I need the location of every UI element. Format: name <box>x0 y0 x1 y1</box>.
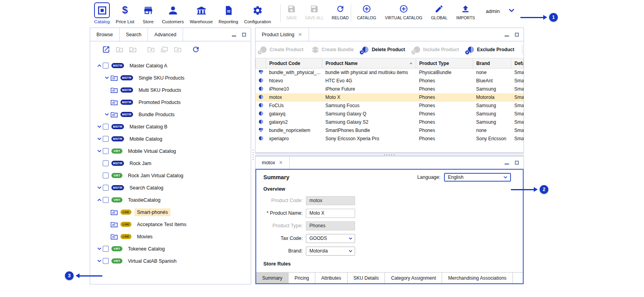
bottom-tab-pricing[interactable]: Pricing <box>289 273 315 283</box>
checkbox[interactable] <box>103 246 109 252</box>
checkbox[interactable] <box>103 63 109 69</box>
column-header-product-type[interactable]: Product Type <box>416 58 473 69</box>
nav-item-store[interactable]: Store <box>138 2 158 24</box>
checkbox[interactable] <box>103 148 109 154</box>
bottom-tab-sku-details[interactable]: SKU Details <box>348 273 385 283</box>
refresh-button[interactable] <box>192 45 200 55</box>
restore-icon[interactable] <box>242 33 246 37</box>
tree-item-mobile-virtual-catalog[interactable]: VRTMobile Virtual Catalog <box>90 145 251 157</box>
tree-item-single-sku-products[interactable]: MSTRSingle SKU Products <box>90 72 251 84</box>
nav-item-reporting[interactable]: Reporting <box>217 2 240 24</box>
column-header-defa[interactable]: Defa <box>511 58 524 69</box>
tree-item-multi-sku-products[interactable]: MSTRMulti SKU Products <box>90 84 251 96</box>
table-row-bundle-nopriceitem[interactable]: bundle_nopriceitemSmartPhones BundlePhon… <box>256 126 524 135</box>
horizontal-splitter[interactable] <box>255 153 524 156</box>
close-icon[interactable] <box>298 32 302 37</box>
nav-item-warehouse[interactable]: Warehouse <box>188 2 215 24</box>
table-row-galaxys2[interactable]: galaxys2Samsung Galaxy S2PhonesSamsungSm… <box>256 118 524 126</box>
tree-item-mobile-catalog[interactable]: MSTRMobile Catalog <box>90 133 251 145</box>
delete-product-button[interactable]: ×Delete Product <box>361 46 405 54</box>
cell-product-type: PhysicalBundle <box>416 69 473 77</box>
user-menu[interactable]: admin <box>486 6 516 16</box>
tree-item-rock-jam[interactable]: MSTRRock Jam <box>90 157 251 169</box>
column-header-product-code[interactable]: Product Code <box>266 58 322 69</box>
tree-item-smart-phon-s[interactable]: LNKSmart-phonés <box>90 206 251 218</box>
checkbox[interactable] <box>103 160 109 166</box>
mode-catalog-button[interactable]: CATALOG <box>355 2 378 20</box>
table-row-htcevo[interactable]: htcevoHTC Evo 4GPhonesBlueAntSmar <box>256 77 524 85</box>
chevron-down-icon[interactable] <box>96 185 103 191</box>
tab-browse[interactable]: Browse <box>90 28 120 41</box>
minimize-icon[interactable] <box>505 35 509 37</box>
table-row-iphone10[interactable]: iPhone10iPhone FuturePhonesSamsungSmar <box>256 85 524 93</box>
table-row-xperiapro[interactable]: xperiaproSony Ericsson Xperia ProPhonesS… <box>256 135 524 143</box>
chevron-down-icon[interactable] <box>96 246 103 252</box>
field-label: Product Type: <box>256 223 303 228</box>
chevron-down-icon[interactable] <box>96 136 103 142</box>
language-select[interactable]: English <box>444 173 511 182</box>
tab-search[interactable]: Search <box>120 28 148 41</box>
tab-motox[interactable]: motox <box>255 156 290 169</box>
vertical-splitter[interactable] <box>251 28 255 284</box>
bottom-tab-summary[interactable]: Summary <box>256 273 289 283</box>
mode-global-button[interactable]: GLOBAL <box>429 2 450 20</box>
tab-advanced[interactable]: Advanced <box>148 28 183 41</box>
chevron-down-icon[interactable] <box>103 111 110 117</box>
action-reload-button[interactable]: RELOAD <box>330 2 351 20</box>
circle-plus-icon <box>362 4 371 13</box>
checkbox[interactable] <box>103 124 109 130</box>
restore-icon[interactable] <box>515 33 519 37</box>
tree-item-rock-jam-virtual-catalog[interactable]: VRTRock Jam Virtual Catalog <box>90 169 251 182</box>
sphere-icon <box>258 94 264 100</box>
chevron-down-icon[interactable] <box>96 148 103 154</box>
bottom-tab-category-assignment[interactable]: Category Assignment <box>385 273 442 283</box>
column-header-product-name[interactable]: Product Name <box>322 58 416 69</box>
nav-item-configuration[interactable]: Configuration <box>242 2 273 24</box>
tree-item-toastiecatalog[interactable]: VRTToastieCatalog <box>90 194 251 206</box>
nav-item-customers[interactable]: Customers <box>160 2 186 24</box>
mode-virtual-catalog-button[interactable]: VIRTUAL CATALOG <box>383 2 424 20</box>
mode-imports-button[interactable]: IMPORTS <box>454 2 477 20</box>
exclude-product-button[interactable]: ×Exclude Product <box>467 46 514 54</box>
nav-item-catalog[interactable]: Catalog <box>92 2 112 24</box>
bottom-tab-merchandising-associations[interactable]: Merchandising Associations <box>442 273 513 283</box>
tree-item-master-catalog-b[interactable]: MSTRMaster Catalog B <box>90 121 251 133</box>
table-row-focus[interactable]: FoCUsSamsung FocusPhonesSamsungSmar <box>256 102 524 110</box>
bottom-tab-attributes[interactable]: Attributes <box>315 273 348 283</box>
table-row-bundle-with-physical[interactable]: bundle_with_physical_...bundle with phys… <box>256 69 524 77</box>
field-select-tax-code[interactable]: GOODS <box>306 234 355 243</box>
chevron-up-icon[interactable] <box>96 197 103 203</box>
nav-item-price-list[interactable]: $Price List <box>114 2 136 24</box>
close-icon[interactable] <box>279 160 283 165</box>
tree-item-movies[interactable]: LNKMovies <box>90 230 251 243</box>
field-input-product-name[interactable]: Moto X <box>306 209 355 218</box>
tree-item-promoted-products[interactable]: MSTRPromoted Products <box>90 96 251 108</box>
toolbar-separator <box>351 4 351 22</box>
checkbox[interactable] <box>103 173 109 178</box>
restore-icon[interactable] <box>515 161 519 165</box>
checkbox[interactable] <box>103 185 109 191</box>
tree-item-master-catalog-a[interactable]: MSTRMaster Catalog A <box>90 59 251 72</box>
chevron-down-icon[interactable] <box>103 75 110 81</box>
minimize-icon[interactable] <box>232 35 236 37</box>
tree-folder-icon <box>110 233 118 241</box>
chevron-up-icon[interactable] <box>96 63 103 69</box>
field-select-brand[interactable]: Motorola <box>306 247 355 256</box>
tree-item-tokenee-catalog[interactable]: VRTTokenee Catalog <box>90 243 251 255</box>
tab-product-listing[interactable]: Product Listing <box>255 28 309 41</box>
chevron-down-icon[interactable] <box>507 6 516 15</box>
checkbox[interactable] <box>103 258 109 264</box>
checkbox[interactable] <box>103 197 109 203</box>
tree-item-acceptance-test-items[interactable]: LNKAcceptance Test Items <box>90 218 251 230</box>
column-header-brand[interactable]: Brand <box>473 58 511 69</box>
checkbox[interactable] <box>103 136 109 142</box>
table-row-galaxyq[interactable]: galaxyqSamsung Galaxy QPhonesSamsungSmar <box>256 110 524 118</box>
tree-item-bundle-products[interactable]: MSTRBundle Products <box>90 108 251 121</box>
tree-item-search-catalog[interactable]: MSTRSearch Catalog <box>90 182 251 194</box>
chevron-down-icon[interactable] <box>96 124 103 130</box>
table-row-motox[interactable]: motoxMoto XPhonesMotorolaSmar <box>256 93 524 102</box>
open-new-button[interactable] <box>102 45 110 55</box>
chevron-down-icon[interactable] <box>96 258 103 264</box>
minimize-icon[interactable] <box>505 163 509 165</box>
tree-item-virtual-catab-spanish[interactable]: VRTVirtual CatAB Spanish <box>90 255 251 267</box>
